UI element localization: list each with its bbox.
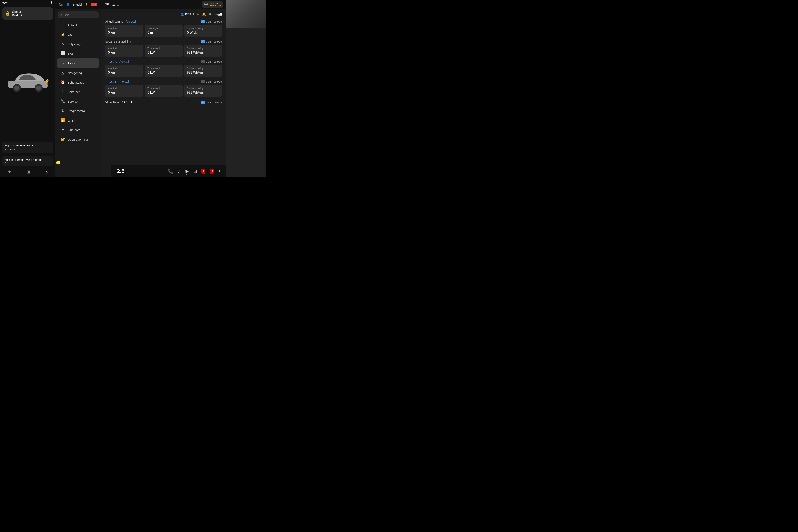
- resa-b-energi-label: Total energi: [148, 87, 180, 90]
- aktuell-visa-label: Visa i resekort: [206, 20, 222, 23]
- sidebar-item-las[interactable]: 🔒 Lås: [57, 30, 99, 39]
- phone-search-icon[interactable]: ⌕: [45, 169, 48, 174]
- charge-badge: ⚡: [56, 162, 60, 164]
- bluetooth-icon: ✱: [60, 128, 65, 132]
- lte-bar-3: [221, 13, 221, 16]
- sedan-snitt-label: Snittförbrukning: [187, 47, 219, 50]
- header-icon-bar: 👤 KVDbil ⬇ 🔔 ✱ LTE: [105, 12, 222, 16]
- sakerhet-label: Säkerhet: [68, 90, 80, 94]
- sidebar-item-autopilot[interactable]: ⊙ Autopilot: [57, 20, 99, 30]
- aktuell-stat-snitt: Snittförbrukning 0 Wh/km: [184, 25, 222, 37]
- header-bell-icon[interactable]: 🔔: [202, 12, 206, 16]
- sidebar-item-resor[interactable]: 〜 Resor: [57, 58, 99, 68]
- taskbar-center: 📞 ♪ ◉ ⊡ 1 9 ✦: [168, 168, 222, 174]
- resa-b-visa-label: Visa i resekort: [206, 80, 222, 83]
- camera-icon: 📷: [59, 3, 63, 6]
- sidebar-item-uppgraderingar[interactable]: 🔐 Uppgraderingar: [57, 135, 99, 144]
- las-label: Lås: [68, 33, 73, 36]
- aktuell-stats-grid: Avstånd 0 km Tidslängd 0 min Snittförbru…: [105, 25, 222, 37]
- aktuell-reset[interactable]: Återställ: [126, 20, 136, 23]
- airbag-text: PASSENGERAIRBAG ON: [209, 2, 221, 6]
- phone-area: 97% 🔋 🔓 ÖppnaBaklucka: [0, 0, 55, 177]
- vagmatare-checkbox[interactable]: ✓: [202, 101, 205, 104]
- sidebar-item-bluetooth[interactable]: ✱ Bluetooth: [57, 125, 99, 134]
- speed-arrow-right[interactable]: ›: [127, 169, 128, 173]
- sedan-checkbox[interactable]: ✓: [202, 40, 205, 43]
- sidebar-item-wifi[interactable]: 📶 Wi-Fi: [57, 116, 99, 125]
- aktuell-snitt-label: Snittförbrukning: [187, 27, 219, 30]
- vagmatare-visa[interactable]: ✓ Visa i resekort: [202, 101, 222, 104]
- resa-b-title[interactable]: Resa B: [108, 80, 117, 83]
- resor-icon: 〜: [60, 61, 65, 65]
- safety-icon: ℹ: [60, 90, 65, 94]
- taskbar-sticker-icon[interactable]: ✦: [218, 169, 222, 174]
- tesla-screen: 📷 👤 KVDbil ⬇ SOS 06:26 13°C PASSENGERAIR…: [55, 0, 226, 177]
- header-bluetooth-icon[interactable]: ✱: [209, 12, 211, 16]
- resa-b-visa[interactable]: Visa i resekort: [202, 80, 222, 83]
- car-image-area: ⚡: [0, 22, 55, 140]
- top-temp: 13°C: [112, 3, 119, 6]
- resa-a-visa[interactable]: Visa i resekort: [202, 60, 222, 63]
- resa-b-header: Resa B Återställ Visa i resekort: [105, 80, 222, 83]
- lte-bar-1: [218, 15, 219, 16]
- resa-a-reset[interactable]: Återställ: [119, 60, 130, 63]
- radio-subtitle: adio: [4, 161, 51, 164]
- autopilot-icon: ⊙: [60, 23, 65, 27]
- lightning-badge: ⚡: [44, 78, 50, 83]
- aktuell-visa[interactable]: ✓ Visa i resekort: [202, 20, 222, 23]
- open-trunk-label: ÖppnaBaklucka: [12, 10, 24, 17]
- sidebar-item-service[interactable]: 🔧 Service: [57, 97, 99, 106]
- aktuell-checkbox[interactable]: ✓: [202, 20, 205, 23]
- uppgraderingar-label: Uppgraderingar: [68, 138, 88, 141]
- sos-badge: SOS: [91, 3, 97, 6]
- taskbar-calendar-icon[interactable]: 9: [210, 169, 214, 174]
- sedan-avstand-label: Avstånd: [108, 47, 140, 50]
- sedan-stat-avstand: Avstånd 0 km: [105, 45, 143, 57]
- wifi-icon: 📶: [60, 118, 65, 122]
- resa-b-title-row: Resa B Återställ: [105, 80, 130, 83]
- open-trunk-button[interactable]: 🔓 ÖppnaBaklucka: [2, 7, 53, 20]
- taskbar-phone-icon[interactable]: 📞: [168, 168, 174, 174]
- svg-point-4: [36, 86, 41, 90]
- phone-grid-icon[interactable]: ⊞: [26, 169, 30, 174]
- phone-favorites-icon[interactable]: ★: [7, 169, 12, 174]
- aktuell-avstand-value: 0 km: [108, 31, 140, 35]
- taskbar-chat-icon[interactable]: ⊡: [193, 168, 197, 174]
- vagmatare-label: Vägmätare :: [105, 101, 120, 104]
- resa-b-stat-energi: Total energi 0 kWh: [145, 85, 183, 97]
- header-download-icon[interactable]: ⬇: [196, 12, 199, 16]
- sidebar-item-schemalag[interactable]: ⏰ Schemalägg: [57, 78, 99, 87]
- resa-b-checkbox[interactable]: [202, 80, 205, 83]
- top-bar-left: 📷 👤 KVDbil ⬇ SOS 06:26 13°C: [59, 2, 119, 6]
- sidebar-item-navigering[interactable]: △ Navigering: [57, 68, 99, 77]
- search-box[interactable]: ⌕: [58, 12, 98, 18]
- aktuell-title-row: Aktuell körning Återställ: [105, 20, 136, 23]
- resa-a-checkbox[interactable]: [202, 60, 205, 63]
- resa-b-reset[interactable]: Återställ: [119, 80, 130, 83]
- header-username: KVDbil: [185, 13, 194, 16]
- top-time: 06:26: [100, 2, 109, 6]
- sedan-visa[interactable]: ✓ Visa i resekort: [202, 40, 222, 43]
- search-input[interactable]: [64, 13, 96, 17]
- aktuell-tidslangd-label: Tidslängd: [148, 27, 180, 30]
- notification-subtitle: > Laddning: [4, 148, 51, 151]
- top-status-bar: 📷 👤 KVDbil ⬇ SOS 06:26 13°C PASSENGERAIR…: [55, 0, 226, 9]
- taskbar-camera-icon[interactable]: ◉: [185, 168, 189, 174]
- resa-a-title[interactable]: Resa A: [108, 60, 117, 63]
- taskbar-music-icon[interactable]: ♪: [178, 168, 180, 174]
- radio-title: Kom in i värmen! Varje morgon: [4, 158, 51, 161]
- speed-display: 2.5: [117, 168, 125, 174]
- autopilot-label: Autopilot: [68, 23, 79, 27]
- header-user: 👤 KVDbil: [181, 13, 194, 16]
- airbag-icon: [204, 2, 208, 7]
- sidebar-item-skarm[interactable]: ⬜ Skärm: [57, 49, 99, 58]
- lock-icon: 🔓: [5, 11, 10, 16]
- search-icon: ⌕: [60, 13, 62, 17]
- svg-point-7: [205, 3, 207, 5]
- svg-point-2: [15, 86, 19, 90]
- sidebar-item-belysning[interactable]: ☀ Belysning: [57, 39, 99, 49]
- nav-icon: △: [60, 71, 65, 75]
- taskbar-contacts-icon[interactable]: 1: [202, 169, 206, 174]
- sidebar-item-sakerhet[interactable]: ℹ Säkerhet: [57, 87, 99, 96]
- sidebar-item-programvara[interactable]: ⬇ Programvara: [57, 106, 99, 115]
